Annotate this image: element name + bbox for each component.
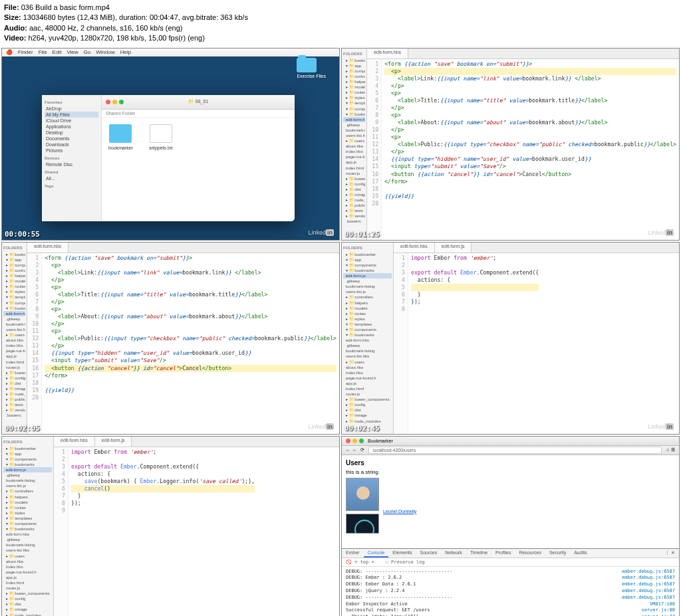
finder-window[interactable]: Favorites AirDrop All My Files iCloud Dr… [42, 95, 295, 221]
media-info-header: File: 036 Build a basic form.mp4 Size: 1… [0, 0, 681, 47]
finder-toolbar: 📁 08_01 [102, 95, 295, 110]
browser-tabbar: Bookmarker [342, 437, 679, 446]
finder-sidebar: Favorites AirDrop All My Files iCloud Dr… [42, 95, 102, 221]
thumb-1: 🍎 FinderFileEdit ViewGoWindow Help Exerc… [1, 48, 340, 241]
file-snippets[interactable]: snippets.txt [149, 124, 172, 150]
thumb-4: FOLDERS▸ 📁 bookmarker ▾ 📁 app ▾ 📁 compon… [341, 242, 680, 435]
editor-sidebar[interactable]: FOLDERS▸ 📁 bookmarker ▾ 📁 app ▸ 📁 compon… [342, 49, 367, 240]
mac-menubar: 🍎 FinderFileEdit ViewGoWindow Help [2, 49, 339, 56]
user-avatar[interactable] [346, 514, 379, 534]
linkedin-logo: Linkedin [308, 229, 334, 236]
editor-tab[interactable]: edit-form.hbs [367, 49, 408, 58]
devtools[interactable]: Ember Console ElementsSources NetworkTim… [342, 548, 679, 616]
code-area[interactable]: 1234567891011121314151617181920 <form {{… [367, 59, 679, 240]
file-bookmarker[interactable]: bookmarker [108, 124, 133, 150]
user-avatar[interactable] [346, 478, 379, 511]
thumb-3: FOLDERS▸ 📁 bookmarker ▾ 📁 app ▸ 📁 compon… [1, 242, 340, 435]
thumb-2: FOLDERS▸ 📁 bookmarker ▾ 📁 app ▸ 📁 compon… [341, 48, 680, 241]
desktop-folder[interactable]: Exercise Files [297, 58, 326, 78]
thumb-5: FOLDERS▸ 📁 bookmarker ▾ 📁 app ▾ 📁 compon… [1, 436, 340, 616]
timestamp: 00:00:55 [5, 230, 40, 239]
browser-content: Users this is a string Leonel Donnelly [342, 455, 679, 548]
browser-urlbar[interactable]: ← →⟳ localhost:4200/users ☆ ☰ [342, 446, 679, 455]
thumbnail-grid: 🍎 FinderFileEdit ViewGoWindow Help Exerc… [0, 47, 681, 616]
thumb-6: Bookmarker ← →⟳ localhost:4200/users ☆ ☰… [341, 436, 680, 616]
user-link[interactable]: Leonel Donnelly [383, 509, 416, 514]
